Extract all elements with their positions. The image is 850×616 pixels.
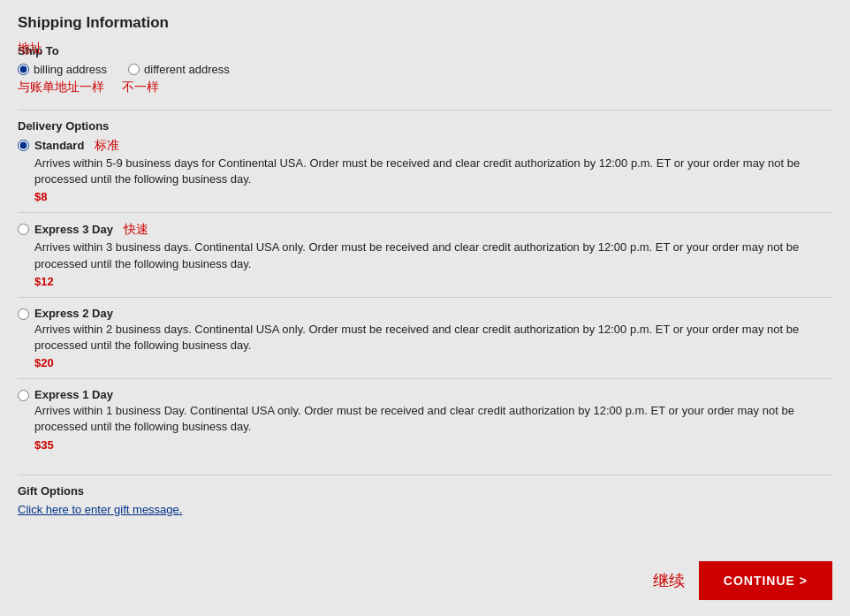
express3-desc: Arrives within 3 business days. Continen… [34,240,832,271]
different-address-label: different address [144,63,230,76]
express3-content: Express 3 Day 快速 Arrives within 3 busine… [34,222,832,287]
express3-price: $12 [34,275,832,288]
delivery-option-standard: Standard 标准 Arrives within 5-9 business … [18,138,832,213]
express1-radio[interactable] [18,390,29,401]
ship-to-label: Ship To [18,44,832,57]
different-address-option[interactable]: different address [128,63,230,76]
divider-1 [18,110,832,110]
delivery-options-label: Delivery Options [18,119,832,133]
express1-name: Express 1 Day [34,388,113,401]
different-address-radio[interactable] [128,64,140,75]
page-container: Shipping Information 地址 Ship To billing … [0,0,850,616]
delivery-option-express1: Express 1 Day Arrives within 1 business … [18,388,832,460]
standard-name: Standard [34,139,84,152]
standard-price: $8 [34,190,832,203]
express1-price: $35 [34,438,832,452]
delivery-option-express2: Express 2 Day Arrives within 2 business … [18,307,832,379]
express1-radio-row: Express 1 Day Arrives within 1 business … [18,388,832,451]
annotation-different: 不一样 [122,80,159,95]
ship-to-section: 地址 Ship To billing address different add… [18,44,832,95]
standard-radio[interactable] [18,140,29,151]
gift-options-label: Gift Options [18,484,832,498]
express2-price: $20 [34,356,832,369]
divider-2 [18,475,832,475]
delivery-option-express3: Express 3 Day 快速 Arrives within 3 busine… [18,222,832,297]
standard-content: Standard 标准 Arrives within 5-9 business … [34,138,832,203]
express2-name: Express 2 Day [34,307,113,320]
gift-link[interactable]: Click here to enter gift message. [18,503,182,516]
standard-radio-row: Standard 标准 Arrives within 5-9 business … [18,138,832,203]
standard-annotation: 标准 [95,138,119,152]
billing-address-radio[interactable] [18,64,29,75]
express1-desc: Arrives within 1 business Day. Continent… [34,403,832,435]
billing-address-option[interactable]: billing address [18,63,107,76]
annotation-same: 与账单地址一样 [18,80,104,95]
address-annotation: 地址 [18,41,42,57]
continue-annotation: 继续 [653,570,685,591]
gift-options-section: Gift Options Click here to enter gift me… [18,484,832,516]
page-title: Shipping Information [18,14,832,32]
express1-content: Express 1 Day Arrives within 1 business … [34,388,832,451]
delivery-options-section: Delivery Options Standard 标准 Arrives wit… [18,119,832,460]
express3-radio[interactable] [18,224,29,235]
standard-desc: Arrives within 5-9 business days for Con… [34,156,832,187]
continue-button[interactable]: CONTINUE > [699,561,832,600]
express3-radio-row: Express 3 Day 快速 Arrives within 3 busine… [18,222,832,287]
ship-to-annotations: 与账单地址一样 不一样 [18,80,832,95]
express3-name: Express 3 Day [34,223,113,236]
continue-row: 继续 CONTINUE > [653,561,832,600]
express3-annotation: 快速 [124,222,148,236]
ship-to-radio-group: billing address different address [18,63,832,76]
express2-radio[interactable] [18,308,29,320]
express2-content: Express 2 Day Arrives within 2 business … [34,307,832,369]
express2-radio-row: Express 2 Day Arrives within 2 business … [18,307,832,369]
express2-desc: Arrives within 2 business days. Continen… [34,322,832,354]
billing-address-label: billing address [34,63,107,76]
